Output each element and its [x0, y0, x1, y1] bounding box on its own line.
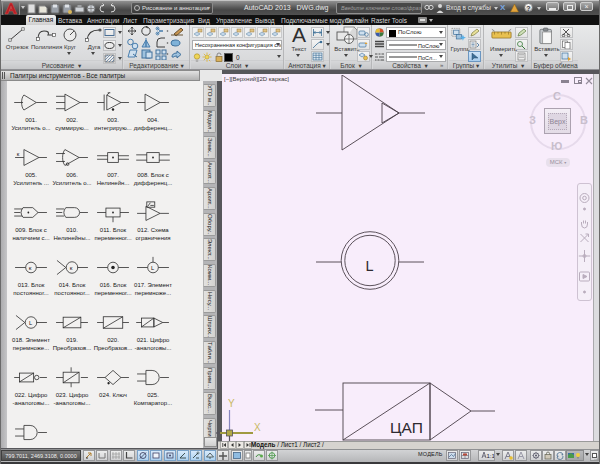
svg-text:Y: Y: [228, 398, 235, 409]
svg-text:L: L: [366, 258, 374, 274]
svg-text:к: к: [17, 151, 20, 157]
svg-text:L: L: [29, 320, 32, 326]
svg-text:ЦАП: ЦАП: [390, 419, 423, 436]
svg-text:ПоСл...: ПоСл...: [418, 55, 437, 61]
svg-text:к: к: [70, 264, 73, 271]
svg-text:X: X: [254, 422, 261, 433]
svg-text:ПоСлою: ПоСлою: [418, 43, 439, 49]
svg-text:к: к: [29, 264, 32, 271]
svg-text:1:1: 1:1: [487, 453, 495, 459]
svg-text:L: L: [151, 265, 154, 271]
